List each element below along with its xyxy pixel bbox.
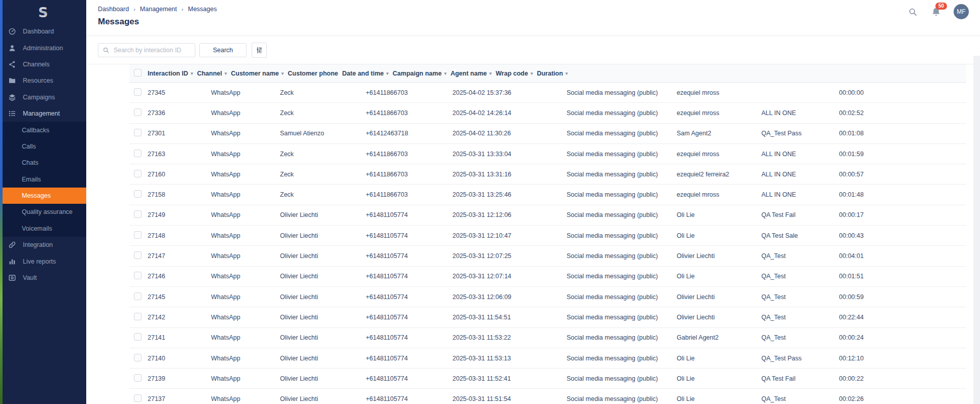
row-checkbox[interactable] (134, 394, 142, 402)
table-row[interactable]: 27163 WhatsApp Zeck +61411866703 2025-03… (129, 144, 966, 164)
sidebar-subitem-voicemails[interactable]: Voicemails (0, 221, 86, 237)
cell-channel: WhatsApp (211, 273, 280, 280)
row-checkbox[interactable] (134, 129, 142, 136)
table-row[interactable]: 27160 WhatsApp Zeck +61411866703 2025-03… (129, 164, 966, 185)
breadcrumb-separator-icon: › (182, 6, 184, 12)
cell-duration: 00:22:44 (839, 314, 966, 321)
table-row[interactable]: 27158 WhatsApp Zeck +61411866703 2025-03… (129, 185, 966, 205)
table-row[interactable]: 27142 WhatsApp Olivier Liechti +61481105… (129, 307, 966, 327)
row-checkbox[interactable] (134, 190, 142, 198)
column-header-channel[interactable]: Channel ▾ (197, 70, 231, 77)
breadcrumb-item-dashboard[interactable]: Dashboard (98, 6, 129, 13)
cell-duration: 00:04:01 (839, 252, 966, 260)
cell-customer-name: Olivier Liechti (280, 375, 366, 382)
table-row[interactable]: 27141 WhatsApp Olivier Liechti +61481105… (129, 328, 966, 348)
row-checkbox[interactable] (134, 272, 142, 279)
column-header-customer-name[interactable]: Customer name ▾ (231, 70, 288, 77)
cell-customer-name: Olivier Liechti (280, 211, 366, 218)
sidebar-subitem-quality-assurance[interactable]: Quality assurance (0, 204, 86, 220)
row-checkbox[interactable] (134, 210, 142, 218)
sidebar-subitem-callbacks[interactable]: Callbacks (0, 122, 86, 138)
column-header-campaign-name[interactable]: Campaign name ▾ (393, 70, 450, 77)
column-header-agent-name[interactable]: Agent name ▾ (450, 70, 496, 77)
row-checkbox[interactable] (134, 374, 142, 382)
breadcrumb-item-messages[interactable]: Messages (188, 6, 217, 13)
table-row[interactable]: 27149 WhatsApp Olivier Liechti +61481105… (129, 205, 966, 226)
table-row[interactable]: 27336 WhatsApp Zeck +61411866703 2025-04… (129, 103, 966, 123)
search-input[interactable] (113, 46, 191, 54)
sidebar-item-campaigns[interactable]: Campaigns (0, 89, 86, 105)
table-row[interactable]: 27145 WhatsApp Olivier Liechti +61481105… (129, 287, 966, 307)
main-content: Dashboard › Management › Messages Messag… (86, 0, 980, 404)
row-checkbox[interactable] (134, 170, 142, 177)
table-row[interactable]: 27148 WhatsApp Olivier Liechti +61481105… (129, 226, 966, 246)
sidebar-item-channels[interactable]: Channels (0, 56, 86, 72)
sidebar-item-administration[interactable]: Administration (0, 40, 86, 56)
notifications-button[interactable]: 50 (930, 6, 941, 17)
sidebar-subitem-messages[interactable]: Messages (0, 188, 86, 204)
select-all-checkbox[interactable] (134, 69, 142, 77)
row-checkbox[interactable] (134, 313, 142, 320)
table-row[interactable]: 27140 WhatsApp Olivier Liechti +61481105… (129, 348, 966, 369)
cell-wrap-code: QA_Test (761, 252, 839, 260)
sidebar-item-integration[interactable]: Integration (0, 237, 86, 253)
row-checkbox[interactable] (134, 292, 142, 300)
cell-wrap-code: QA Test Fail (761, 375, 839, 382)
column-header-label: Wrap code (496, 70, 528, 77)
table-row[interactable]: 27345 WhatsApp Zeck +61411866703 2025-04… (129, 83, 966, 103)
cell-customer-name: Olivier Liechti (280, 334, 366, 341)
table-row[interactable]: 27139 WhatsApp Olivier Liechti +61481105… (129, 369, 966, 389)
column-header-date-and-time[interactable]: Date and time ▾ (342, 70, 393, 77)
row-checkbox[interactable] (134, 251, 142, 259)
cell-agent-name: Oli Lie (677, 355, 761, 362)
sidebar-item-label: Integration (23, 241, 53, 248)
row-checkbox[interactable] (134, 231, 142, 239)
sidebar-item-dashboard[interactable]: Dashboard (0, 23, 86, 40)
cell-channel: WhatsApp (211, 151, 280, 158)
column-header-customer-phone[interactable]: Customer phone ▾ (288, 70, 342, 77)
cell-campaign-name: Social media messaging (public) (567, 334, 677, 341)
sidebar-item-label: Administration (23, 45, 63, 52)
cell-interaction-id: 27301 (148, 130, 211, 137)
sidebar-subitem-emails[interactable]: Emails (0, 171, 86, 188)
avatar[interactable]: MF (954, 4, 969, 19)
sidebar-subitem-calls[interactable]: Calls (0, 138, 86, 155)
cell-agent-name: Oli Lie (677, 375, 761, 382)
sidebar-subitem-label: Quality assurance (22, 208, 73, 215)
row-checkbox[interactable] (134, 88, 142, 96)
row-checkbox[interactable] (134, 108, 142, 116)
cell-campaign-name: Social media messaging (public) (567, 211, 677, 218)
channels-icon (8, 60, 16, 68)
sidebar-item-live-reports[interactable]: Live reports (0, 253, 86, 269)
cell-interaction-id: 27141 (148, 334, 211, 341)
breadcrumb-item-management[interactable]: Management (140, 6, 177, 13)
cell-agent-name: Sam Agent2 (677, 130, 761, 137)
search-button[interactable]: Search (199, 43, 247, 57)
row-checkbox[interactable] (134, 150, 142, 157)
filter-button[interactable] (252, 43, 267, 58)
column-header-duration[interactable]: Duration ▾ (537, 70, 572, 77)
notification-badge: 50 (935, 3, 947, 10)
table-row[interactable]: 27146 WhatsApp Olivier Liechti +61481105… (129, 267, 966, 287)
cell-duration: 00:12:10 (839, 355, 966, 362)
row-checkbox[interactable] (134, 333, 142, 341)
cell-interaction-id: 27137 (148, 395, 211, 402)
cell-date-time: 2025-03-31 12:12:06 (452, 211, 567, 218)
table-row[interactable]: 27137 WhatsApp Olivier Liechti +61481105… (129, 389, 966, 404)
row-checkbox[interactable] (134, 354, 142, 361)
column-header-wrap-code[interactable]: Wrap code ▾ (496, 70, 537, 77)
table-row[interactable]: 27301 WhatsApp Samuel Atienzo +614124637… (129, 124, 966, 144)
cell-channel: WhatsApp (211, 171, 280, 178)
cell-agent-name: Oli Lie (677, 232, 761, 239)
column-header-interaction-id[interactable]: Interaction ID ▾ (148, 70, 197, 77)
cell-wrap-code: QA Test Sale (761, 232, 839, 239)
breadcrumb-separator-icon: › (133, 6, 135, 12)
sidebar-item-management[interactable]: Management (0, 105, 86, 122)
live-reports-icon (8, 258, 16, 266)
sidebar-item-vault[interactable]: Vault (0, 270, 86, 286)
cell-customer-phone: +61411866703 (366, 151, 452, 158)
sidebar-subitem-chats[interactable]: Chats (0, 155, 86, 171)
sidebar-item-resources[interactable]: Resources (0, 72, 86, 89)
global-search-button[interactable] (907, 6, 918, 17)
table-row[interactable]: 27147 WhatsApp Olivier Liechti +61481105… (129, 246, 966, 266)
